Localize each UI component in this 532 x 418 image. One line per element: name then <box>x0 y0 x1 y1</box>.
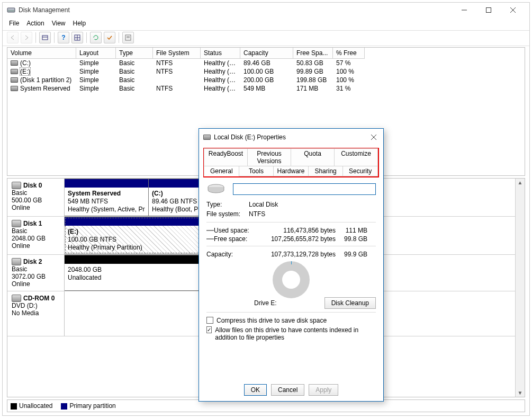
dialog-tabs: ReadyBoost Previous Versions Quota Custo… <box>203 148 379 177</box>
disk-icon <box>12 258 21 265</box>
volume-header: VolumeLayoutTypeFile SystemStatusCapacit… <box>7 48 525 59</box>
tab-quota[interactable]: Quota <box>291 148 335 166</box>
properties-dialog: Local Disk (E:) Properties ReadyBoost Pr… <box>199 128 384 402</box>
tab-security[interactable]: Security <box>342 166 378 176</box>
back-button[interactable] <box>7 32 19 43</box>
dialog-title: Local Disk (E:) Properties <box>214 134 286 141</box>
type-label: Type: <box>206 201 249 208</box>
index-checkbox[interactable]: ✓ <box>206 326 212 333</box>
tab-readyboost[interactable]: ReadyBoost <box>204 148 248 166</box>
svg-rect-1 <box>8 8 14 10</box>
partition[interactable]: (E:)100.00 GB NTFSHealthy (Primary Parti… <box>64 217 212 254</box>
toolbar: ? <box>3 30 529 46</box>
menu-help[interactable]: Help <box>73 20 86 27</box>
tab-tools[interactable]: Tools <box>239 166 274 176</box>
minimize-button[interactable] <box>452 3 476 17</box>
tab-customize[interactable]: Customize <box>334 148 378 166</box>
svg-rect-6 <box>42 35 48 40</box>
disks-scrollbar[interactable]: ▲▼ <box>515 179 525 397</box>
forward-button[interactable] <box>21 32 32 43</box>
close-button[interactable] <box>501 3 525 17</box>
volume-icon <box>11 77 18 83</box>
dialog-drive-icon <box>203 135 211 140</box>
maximize-button[interactable] <box>476 3 501 17</box>
volume-icon <box>11 69 18 74</box>
app-icon <box>7 6 15 14</box>
used-swatch <box>206 230 214 231</box>
volume-icon <box>11 60 18 66</box>
disk-cleanup-button[interactable]: Disk Cleanup <box>324 297 376 309</box>
volume-row[interactable]: (E:)SimpleBasicNTFSHealthy (P...100.00 G… <box>7 67 525 76</box>
drive-icon <box>206 183 226 195</box>
partition[interactable]: 2048.00 GBUnallocated <box>64 255 212 291</box>
apply-button[interactable]: Apply <box>309 384 338 396</box>
cancel-button[interactable]: Cancel <box>271 384 304 396</box>
properties-button[interactable] <box>122 32 134 43</box>
tab-sharing[interactable]: Sharing <box>308 166 344 176</box>
free-swatch <box>206 238 214 239</box>
partition[interactable]: System Reserved549 MB NTFSHealthy (Syste… <box>64 179 149 216</box>
volume-row[interactable]: System ReservedSimpleBasicNTFSHealthy (S… <box>7 84 525 93</box>
svg-rect-3 <box>486 8 491 13</box>
type-value: Local Disk <box>249 201 376 208</box>
disk-icon <box>12 295 21 302</box>
fs-label: File system: <box>206 210 249 218</box>
tab-general[interactable]: General <box>204 166 239 176</box>
drive-name-input[interactable] <box>233 183 376 195</box>
fs-value: NTFS <box>249 210 376 218</box>
dialog-close-button[interactable] <box>368 132 379 143</box>
menu-view[interactable]: View <box>52 20 66 27</box>
disk-icon <box>12 182 21 189</box>
view-list-button[interactable] <box>39 32 51 43</box>
volume-icon <box>11 86 18 91</box>
menu-action[interactable]: Action <box>26 20 44 27</box>
menu-file[interactable]: File <box>9 20 19 27</box>
compress-checkbox[interactable] <box>206 317 213 324</box>
settings-button[interactable] <box>71 32 83 43</box>
disk-icon <box>12 220 21 227</box>
help-button[interactable]: ? <box>58 32 69 43</box>
drive-label: Drive E: <box>206 299 324 307</box>
tab-hardware[interactable]: Hardware <box>273 166 309 176</box>
menubar: File Action View Help <box>3 17 529 30</box>
usage-chart <box>273 261 310 298</box>
volume-row[interactable]: (Disk 1 partition 2)SimpleBasicHealthy (… <box>7 76 525 84</box>
ok-button[interactable]: OK <box>244 384 267 396</box>
titlebar: Disk Management <box>3 3 529 17</box>
volume-row[interactable]: (C:)SimpleBasicNTFSHealthy (B...89.46 GB… <box>7 59 525 67</box>
window-title: Disk Management <box>19 6 452 14</box>
tab-previous-versions[interactable]: Previous Versions <box>247 148 291 166</box>
apply-check-button[interactable] <box>104 32 115 43</box>
refresh-button[interactable] <box>90 32 102 43</box>
